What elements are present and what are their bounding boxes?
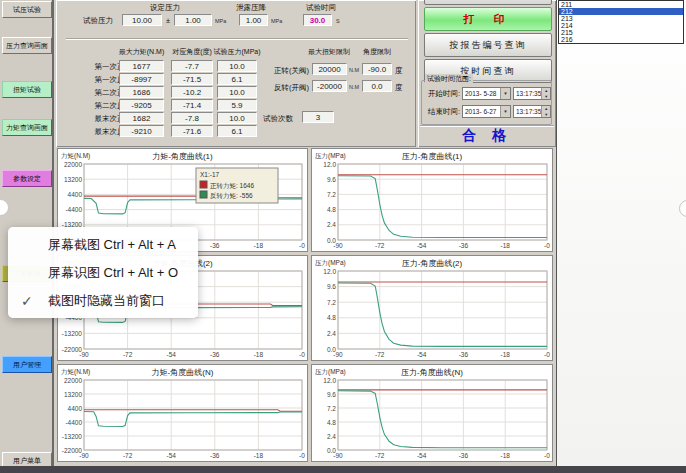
spinner-down-icon[interactable]: ▼ bbox=[542, 94, 550, 100]
chart-canvas: -90-72-54-36-18-022000132004400-4400-132… bbox=[58, 378, 307, 461]
svg-text:-18: -18 bbox=[500, 351, 510, 358]
forward-label: 正转(关阀) bbox=[274, 66, 309, 76]
chart-title: 力矩-角度曲线(N) bbox=[58, 367, 307, 378]
svg-text:9.6: 9.6 bbox=[327, 283, 336, 290]
context-menu: 屏幕截图 Ctrl + Alt + A屏幕识图 Ctrl + Alt + O✓截… bbox=[8, 227, 198, 318]
sidebar-item-3[interactable]: 扭矩试验 bbox=[2, 81, 52, 98]
reverse-angle-input[interactable]: 0.0 bbox=[362, 80, 392, 92]
svg-text:7.2: 7.2 bbox=[327, 405, 336, 412]
context-menu-item[interactable]: 屏幕截图 Ctrl + Alt + A bbox=[8, 231, 198, 259]
svg-text:-18: -18 bbox=[500, 452, 510, 459]
context-menu-item[interactable]: 屏幕识图 Ctrl + Alt + O bbox=[8, 259, 198, 287]
chart-panel-pressure-2: 压力(MPa)压力-角度曲线(2)-90-72-54-36-18-012.09.… bbox=[311, 255, 553, 361]
report-list-item[interactable]: 212 bbox=[559, 8, 683, 15]
forward-torque-input[interactable]: 20000 bbox=[312, 63, 347, 75]
leak-input[interactable]: 1.00 bbox=[239, 14, 268, 26]
svg-text:-4400: -4400 bbox=[65, 419, 82, 426]
test-count-input[interactable]: 3 bbox=[302, 111, 334, 123]
chart-title: 压力-角度曲线(N) bbox=[312, 367, 552, 378]
bottom-bar bbox=[0, 466, 686, 473]
chevron-down-icon[interactable]: ▼ bbox=[500, 88, 510, 99]
svg-text:正转力矩: 1646: 正转力矩: 1646 bbox=[210, 182, 254, 189]
sidebar-item-1[interactable]: 试压试验 bbox=[2, 1, 52, 18]
svg-text:0.0: 0.0 bbox=[327, 237, 336, 244]
svg-text:-72: -72 bbox=[375, 242, 385, 249]
chart-panel-pressure-n: 压力(MPa)压力-角度曲线(N)-90-72-54-36-18-012.09.… bbox=[311, 364, 553, 462]
svg-text:-18: -18 bbox=[254, 452, 264, 459]
svg-text:-54: -54 bbox=[417, 351, 427, 358]
svg-text:-0: -0 bbox=[544, 452, 550, 459]
max-torque-value: 1677 bbox=[119, 60, 164, 72]
svg-text:-22000: -22000 bbox=[62, 346, 83, 353]
divider bbox=[420, 125, 554, 126]
svg-text:2.4: 2.4 bbox=[327, 433, 336, 440]
print-button[interactable]: 打 印 bbox=[424, 7, 552, 31]
time-input[interactable]: 30.0 bbox=[303, 14, 332, 26]
query-by-report-button[interactable]: 按报告编号查询 bbox=[424, 33, 552, 57]
end-time-spinner[interactable]: 13:17:35 ▲▼ bbox=[513, 105, 551, 118]
angle-value: -71.6 bbox=[171, 125, 213, 137]
sidebar-item-5[interactable]: 参数设定 bbox=[2, 170, 52, 187]
end-date-select[interactable]: 2013- 6-27 ▼ bbox=[462, 105, 511, 118]
svg-text:-4400: -4400 bbox=[65, 206, 82, 213]
angle-value: -10.2 bbox=[171, 86, 213, 98]
settings-panel: 设定压力 泄露压降 试验时间 试验压力 10.00 ± 1.00 MPa 1.0… bbox=[56, 0, 416, 147]
sidebar-item-7[interactable]: 用户管理 bbox=[2, 356, 52, 373]
svg-text:0.0: 0.0 bbox=[327, 447, 336, 454]
reverse-line bbox=[338, 283, 547, 346]
chart-title: 力矩-角度曲线(1) bbox=[58, 151, 307, 162]
time-range-label: 试验时间范围: bbox=[425, 74, 473, 84]
angle-value: -71.5 bbox=[171, 73, 213, 85]
pressure-value: 6.1 bbox=[217, 73, 257, 85]
angle-value: -7.7 bbox=[171, 60, 213, 72]
report-list-item[interactable]: 216 bbox=[559, 36, 683, 43]
pressure-input[interactable]: 10.00 bbox=[122, 14, 162, 26]
start-time-label: 开始时间: bbox=[428, 89, 460, 99]
forward-angle-input[interactable]: -90.0 bbox=[362, 63, 392, 75]
reverse-torque-input[interactable]: -20000 bbox=[312, 80, 347, 92]
svg-text:-13200: -13200 bbox=[62, 330, 83, 337]
svg-text:-54: -54 bbox=[166, 452, 176, 459]
test-pressure-label: 试验压力 bbox=[83, 16, 113, 26]
report-list-item[interactable]: 215 bbox=[559, 29, 683, 36]
reverse-line bbox=[338, 176, 547, 238]
report-list-item[interactable]: 213 bbox=[559, 15, 683, 22]
reverse-line bbox=[338, 391, 547, 448]
pressure-unit: MPa bbox=[215, 18, 226, 24]
spinner[interactable]: ▲▼ bbox=[541, 88, 550, 99]
svg-text:-36: -36 bbox=[210, 452, 220, 459]
svg-text:13200: 13200 bbox=[64, 176, 82, 183]
time-unit: S bbox=[336, 18, 340, 24]
spinner-down-icon[interactable]: ▼ bbox=[542, 112, 550, 118]
svg-text:0.0: 0.0 bbox=[327, 346, 336, 353]
partial-button[interactable] bbox=[424, 0, 552, 5]
svg-text:4.8: 4.8 bbox=[327, 206, 336, 213]
context-menu-item[interactable]: ✓截图时隐藏当前窗口 bbox=[8, 287, 198, 315]
spinner[interactable]: ▲▼ bbox=[541, 106, 550, 117]
report-list-item[interactable]: 214 bbox=[559, 22, 683, 29]
sidebar-item-2[interactable]: 压力查询画面 bbox=[2, 37, 52, 54]
svg-text:-0: -0 bbox=[299, 452, 305, 459]
svg-text:-36: -36 bbox=[459, 351, 469, 358]
svg-text:2.4: 2.4 bbox=[327, 221, 336, 228]
start-date-select[interactable]: 2013- 5-28 ▼ bbox=[462, 87, 511, 100]
chevron-down-icon[interactable]: ▼ bbox=[500, 106, 510, 117]
set-pressure-header: 设定压力 bbox=[150, 3, 180, 13]
svg-text:9.6: 9.6 bbox=[327, 391, 336, 398]
svg-text:-13200: -13200 bbox=[62, 433, 83, 440]
svg-text:4.8: 4.8 bbox=[327, 314, 336, 321]
forward-angle-unit: 度 bbox=[395, 66, 403, 76]
pressure-value: 10.0 bbox=[217, 60, 257, 72]
pressure-value: 5.9 bbox=[217, 99, 257, 111]
reverse-angle-unit: 度 bbox=[395, 83, 403, 93]
svg-text:-54: -54 bbox=[417, 242, 427, 249]
sidebar-item-4[interactable]: 力矩查询画面 bbox=[2, 119, 52, 136]
col-header-torque: 最大力矩(N.M) bbox=[114, 47, 169, 57]
end-time-value: 13:17:35 bbox=[516, 108, 541, 115]
start-time-spinner[interactable]: 13:17:35 ▲▼ bbox=[513, 87, 551, 100]
svg-text:2.4: 2.4 bbox=[327, 330, 336, 337]
start-date-value: 2013- 5-28 bbox=[465, 90, 496, 97]
svg-text:-36: -36 bbox=[459, 452, 469, 459]
report-list-item[interactable]: 211 bbox=[559, 1, 683, 8]
pressure-tolerance-input[interactable]: 1.00 bbox=[174, 14, 212, 26]
